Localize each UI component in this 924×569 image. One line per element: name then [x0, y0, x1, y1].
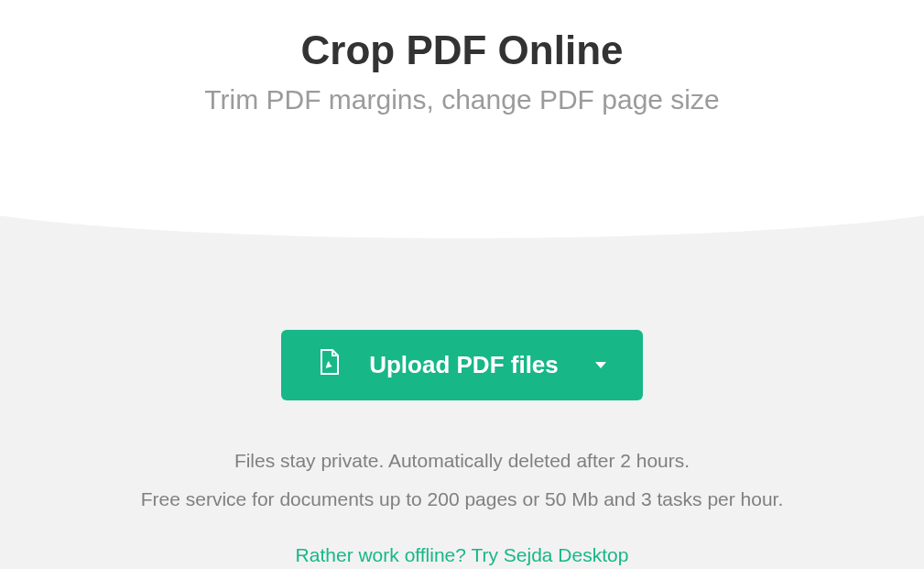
offline-prompt: Rather work offline? Try Sejda Desktop	[0, 544, 924, 566]
upload-pdf-button[interactable]: Upload PDF files	[281, 330, 643, 400]
offline-desktop-link[interactable]: Try Sejda Desktop	[471, 544, 628, 565]
file-pdf-icon	[318, 348, 340, 382]
offline-prefix: Rather work offline?	[296, 544, 472, 565]
page-title: Crop PDF Online	[0, 27, 924, 73]
info-text-limits: Free service for documents up to 200 pag…	[0, 483, 924, 516]
content-section: Upload PDF files Files stay private. Aut…	[0, 202, 924, 566]
info-text-privacy: Files stay private. Automatically delete…	[0, 444, 924, 477]
header-section: Crop PDF Online Trim PDF margins, change…	[0, 0, 924, 202]
upload-button-label: Upload PDF files	[369, 351, 559, 379]
page-subtitle: Trim PDF margins, change PDF page size	[0, 84, 924, 115]
chevron-down-icon	[595, 362, 606, 368]
